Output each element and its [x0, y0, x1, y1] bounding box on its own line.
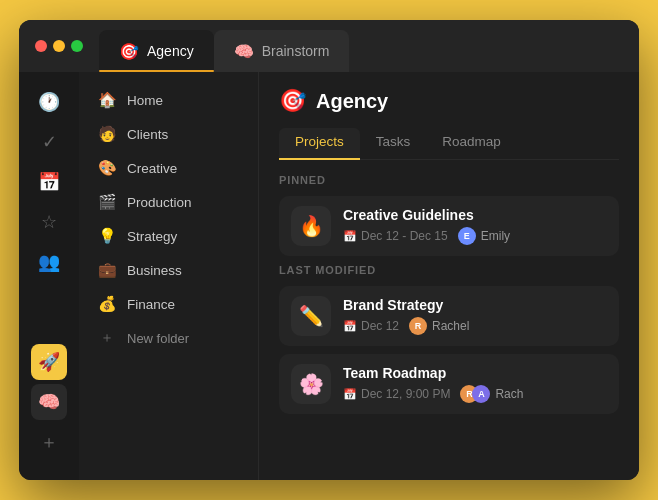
sidebar-icon-check[interactable]: ✓	[31, 124, 67, 160]
team-roadmap-info: Team Roadmap 📅 Dec 12, 9:00 PM R A	[343, 365, 607, 403]
second-avatar: A	[472, 385, 490, 403]
nav-sidebar: 🏠 Home 🧑 Clients 🎨 Creative 🎬 Production…	[79, 72, 259, 480]
new-folder-icon: ＋	[97, 329, 117, 347]
nav-label-business: Business	[127, 263, 182, 278]
right-panel: 🎯 Agency Projects Tasks Roadmap	[259, 72, 639, 480]
sidebar-icon-add[interactable]: ＋	[31, 424, 67, 460]
project-card-creative-guidelines[interactable]: 🔥 Creative Guidelines 📅 Dec 12 - Dec 15 …	[279, 196, 619, 256]
nav-item-new-folder[interactable]: ＋ New folder	[87, 322, 250, 354]
brand-strategy-info: Brand Strategy 📅 Dec 12 R Rachel	[343, 297, 607, 335]
brand-strategy-name: Brand Strategy	[343, 297, 607, 313]
nav-label-creative: Creative	[127, 161, 177, 176]
creative-guidelines-meta: 📅 Dec 12 - Dec 15 E Emily	[343, 227, 607, 245]
brainstorm-tab-icon: 🧠	[234, 42, 254, 61]
strategy-icon: 💡	[97, 227, 117, 245]
agency-tab-label: Agency	[147, 43, 194, 59]
nav-item-home[interactable]: 🏠 Home	[87, 84, 250, 116]
brand-strategy-meta: 📅 Dec 12 R Rachel	[343, 317, 607, 335]
nav-item-creative[interactable]: 🎨 Creative	[87, 152, 250, 184]
sidebar-icon-rocket[interactable]: 🚀	[31, 344, 67, 380]
app-window: 🎯 Agency 🧠 Brainstorm 🕐 ✓ 📅 ☆ 👥 🚀 🧠 ＋	[19, 20, 639, 480]
team-roadmap-date: 📅 Dec 12, 9:00 PM	[343, 387, 450, 401]
icon-sidebar-bottom: 🚀 🧠 ＋	[31, 344, 67, 468]
team-roadmap-icon: 🌸	[291, 364, 331, 404]
active-tab-indicator	[99, 70, 214, 72]
brainstorm-tab-label: Brainstorm	[262, 43, 330, 59]
creative-icon: 🎨	[97, 159, 117, 177]
team-roadmap-assignee: R A Rach	[460, 385, 523, 403]
close-button[interactable]	[35, 40, 47, 52]
sidebar-icon-star[interactable]: ☆	[31, 204, 67, 240]
panel-tab-tasks[interactable]: Tasks	[360, 128, 427, 159]
nav-item-strategy[interactable]: 💡 Strategy	[87, 220, 250, 252]
nav-item-finance[interactable]: 💰 Finance	[87, 288, 250, 320]
panel-tab-roadmap[interactable]: Roadmap	[426, 128, 517, 159]
nav-label-home: Home	[127, 93, 163, 108]
panel-content: PINNED 🔥 Creative Guidelines 📅 Dec 12 - …	[259, 160, 639, 480]
emily-avatar: E	[458, 227, 476, 245]
traffic-lights	[19, 40, 99, 52]
icon-sidebar: 🕐 ✓ 📅 ☆ 👥 🚀 🧠 ＋	[19, 72, 79, 480]
project-card-brand-strategy[interactable]: ✏️ Brand Strategy 📅 Dec 12 R Rachel	[279, 286, 619, 346]
panel-tab-projects[interactable]: Projects	[279, 128, 360, 159]
tab-agency[interactable]: 🎯 Agency	[99, 30, 214, 72]
panel-tabs: Projects Tasks Roadmap	[279, 128, 619, 160]
tab-brainstorm[interactable]: 🧠 Brainstorm	[214, 30, 350, 72]
double-avatar: R A	[460, 385, 490, 403]
title-bar: 🎯 Agency 🧠 Brainstorm	[19, 20, 639, 72]
nav-label-finance: Finance	[127, 297, 175, 312]
nav-item-business[interactable]: 💼 Business	[87, 254, 250, 286]
pinned-section-label: PINNED	[279, 174, 619, 186]
minimize-button[interactable]	[53, 40, 65, 52]
home-icon: 🏠	[97, 91, 117, 109]
brand-strategy-icon: ✏️	[291, 296, 331, 336]
calendar-meta-icon3: 📅	[343, 388, 357, 401]
nav-label-production: Production	[127, 195, 192, 210]
team-roadmap-name: Team Roadmap	[343, 365, 607, 381]
creative-guidelines-date: 📅 Dec 12 - Dec 15	[343, 229, 448, 243]
clients-icon: 🧑	[97, 125, 117, 143]
main-content: 🕐 ✓ 📅 ☆ 👥 🚀 🧠 ＋ 🏠 Home 🧑 Clients	[19, 72, 639, 480]
maximize-button[interactable]	[71, 40, 83, 52]
production-icon: 🎬	[97, 193, 117, 211]
finance-icon: 💰	[97, 295, 117, 313]
sidebar-icon-people[interactable]: 👥	[31, 244, 67, 280]
nav-item-clients[interactable]: 🧑 Clients	[87, 118, 250, 150]
brand-strategy-assignee: R Rachel	[409, 317, 469, 335]
calendar-meta-icon2: 📅	[343, 320, 357, 333]
agency-tab-icon: 🎯	[119, 42, 139, 61]
sidebar-icon-brain[interactable]: 🧠	[31, 384, 67, 420]
panel-title-icon: 🎯	[279, 88, 306, 114]
tab-bar: 🎯 Agency 🧠 Brainstorm	[99, 20, 639, 72]
creative-guidelines-name: Creative Guidelines	[343, 207, 607, 223]
calendar-meta-icon: 📅	[343, 230, 357, 243]
creative-guidelines-icon: 🔥	[291, 206, 331, 246]
nav-item-production[interactable]: 🎬 Production	[87, 186, 250, 218]
sidebar-icon-clock[interactable]: 🕐	[31, 84, 67, 120]
nav-label-strategy: Strategy	[127, 229, 177, 244]
project-card-team-roadmap[interactable]: 🌸 Team Roadmap 📅 Dec 12, 9:00 PM R	[279, 354, 619, 414]
panel-title: 🎯 Agency	[279, 88, 619, 114]
panel-title-text: Agency	[316, 90, 388, 113]
business-icon: 💼	[97, 261, 117, 279]
panel-header: 🎯 Agency Projects Tasks Roadmap	[259, 72, 639, 160]
brand-strategy-date: 📅 Dec 12	[343, 319, 399, 333]
last-modified-section-label: LAST MODIFIED	[279, 264, 619, 276]
nav-label-new-folder: New folder	[127, 331, 189, 346]
team-roadmap-meta: 📅 Dec 12, 9:00 PM R A Rach	[343, 385, 607, 403]
creative-guidelines-assignee: E Emily	[458, 227, 510, 245]
sidebar-icon-calendar[interactable]: 📅	[31, 164, 67, 200]
creative-guidelines-info: Creative Guidelines 📅 Dec 12 - Dec 15 E …	[343, 207, 607, 245]
rachel-avatar: R	[409, 317, 427, 335]
nav-label-clients: Clients	[127, 127, 168, 142]
